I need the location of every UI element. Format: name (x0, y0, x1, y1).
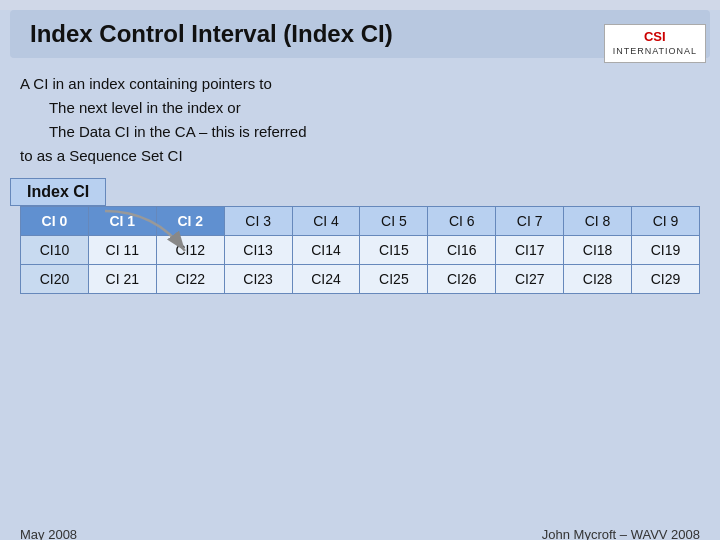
ci-cell-2-2: CI22 (156, 265, 224, 294)
desc-line3: The Data CI in the CA – this is referred (49, 123, 307, 140)
ci-cell-0-4: CI 4 (292, 207, 360, 236)
footer-date: May 2008 (20, 527, 77, 540)
ci-cell-0-3: CI 3 (224, 207, 292, 236)
desc-line2: The next level in the index or (49, 99, 241, 116)
slide: Index Control Interval (Index CI) CSI IN… (0, 10, 720, 540)
logo-bottom: INTERNATIONAL (613, 46, 697, 58)
footer-author: John Mycroft – WAVV 2008 (542, 527, 700, 540)
ci-cell-1-2: CI12 (156, 236, 224, 265)
ci-cell-1-5: CI15 (360, 236, 428, 265)
ci-cell-0-2: CI 2 (156, 207, 224, 236)
index-ci-label: Index CI (10, 178, 106, 206)
table-row-1: CI 0 CI 1 CI 2 CI 3 CI 4 CI 5 CI 6 CI 7 … (21, 207, 700, 236)
ci-cell-0-1: CI 1 (88, 207, 156, 236)
logo: CSI INTERNATIONAL (604, 24, 706, 63)
ci-cell-2-7: CI27 (496, 265, 564, 294)
ci-cell-1-8: CI18 (564, 236, 632, 265)
ci-cell-2-6: CI26 (428, 265, 496, 294)
ci-cell-0-6: CI 6 (428, 207, 496, 236)
index-ci-section: Index CI CI 0 CI 1 CI 2 CI 3 CI 4 CI 5 C… (10, 178, 710, 294)
ci-cell-0-5: CI 5 (360, 207, 428, 236)
table-row-3: CI20 CI 21 CI22 CI23 CI24 CI25 CI26 CI27… (21, 265, 700, 294)
desc-line4: to as a Sequence Set CI (20, 147, 183, 164)
ci-table: CI 0 CI 1 CI 2 CI 3 CI 4 CI 5 CI 6 CI 7 … (20, 206, 700, 294)
ci-cell-2-3: CI23 (224, 265, 292, 294)
ci-cell-0-7: CI 7 (496, 207, 564, 236)
desc-line1: A CI in an index containing pointers to (20, 75, 272, 92)
ci-cell-0-8: CI 8 (564, 207, 632, 236)
ci-cell-2-1: CI 21 (88, 265, 156, 294)
ci-cell-2-0: CI20 (21, 265, 89, 294)
ci-cell-0-9: CI 9 (632, 207, 700, 236)
ci-cell-1-3: CI13 (224, 236, 292, 265)
description: A CI in an index containing pointers to … (20, 72, 700, 168)
slide-title: Index Control Interval (Index CI) (30, 20, 690, 48)
table-row-2: CI10 CI 11 CI12 CI13 CI14 CI15 CI16 CI17… (21, 236, 700, 265)
logo-top: CSI (613, 29, 697, 46)
ci-cell-1-9: CI19 (632, 236, 700, 265)
footer: May 2008 John Mycroft – WAVV 2008 (20, 527, 700, 540)
ci-cell-1-7: CI17 (496, 236, 564, 265)
ci-cell-2-8: CI28 (564, 265, 632, 294)
ci-cell-1-4: CI14 (292, 236, 360, 265)
ci-cell-0-0: CI 0 (21, 207, 89, 236)
ci-cell-1-1: CI 11 (88, 236, 156, 265)
ci-cell-2-4: CI24 (292, 265, 360, 294)
ci-cell-1-0: CI10 (21, 236, 89, 265)
ci-cell-2-9: CI29 (632, 265, 700, 294)
ci-cell-2-5: CI25 (360, 265, 428, 294)
ci-cell-1-6: CI16 (428, 236, 496, 265)
